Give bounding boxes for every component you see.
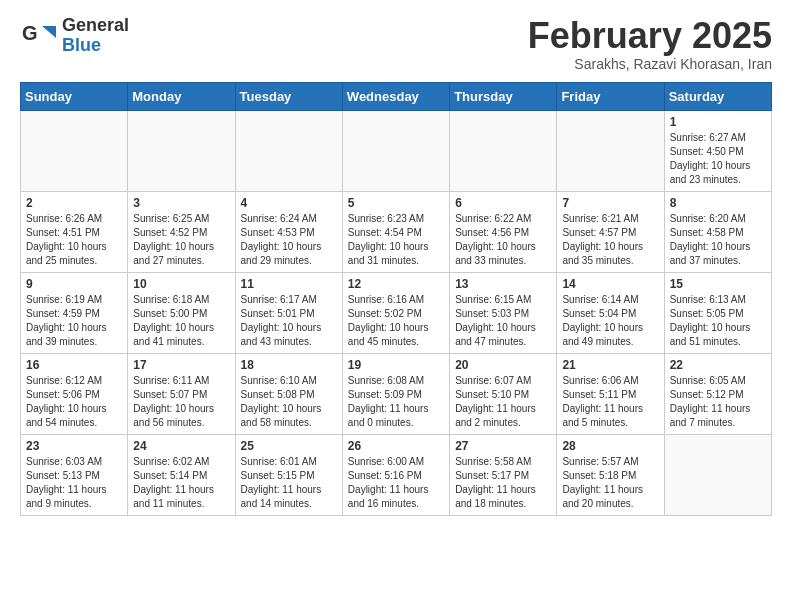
day-number: 28 [562, 439, 658, 453]
day-number: 22 [670, 358, 766, 372]
calendar-cell: 10Sunrise: 6:18 AM Sunset: 5:00 PM Dayli… [128, 272, 235, 353]
calendar-cell: 21Sunrise: 6:06 AM Sunset: 5:11 PM Dayli… [557, 353, 664, 434]
calendar-cell [235, 110, 342, 191]
day-info: Sunrise: 6:19 AM Sunset: 4:59 PM Dayligh… [26, 293, 122, 349]
calendar-cell: 5Sunrise: 6:23 AM Sunset: 4:54 PM Daylig… [342, 191, 449, 272]
day-number: 26 [348, 439, 444, 453]
day-number: 11 [241, 277, 337, 291]
day-info: Sunrise: 6:14 AM Sunset: 5:04 PM Dayligh… [562, 293, 658, 349]
day-number: 5 [348, 196, 444, 210]
day-number: 19 [348, 358, 444, 372]
day-info: Sunrise: 5:58 AM Sunset: 5:17 PM Dayligh… [455, 455, 551, 511]
calendar-header-row: SundayMondayTuesdayWednesdayThursdayFrid… [21, 82, 772, 110]
calendar-week-row: 16Sunrise: 6:12 AM Sunset: 5:06 PM Dayli… [21, 353, 772, 434]
calendar-cell: 14Sunrise: 6:14 AM Sunset: 5:04 PM Dayli… [557, 272, 664, 353]
calendar-cell: 7Sunrise: 6:21 AM Sunset: 4:57 PM Daylig… [557, 191, 664, 272]
calendar-cell: 18Sunrise: 6:10 AM Sunset: 5:08 PM Dayli… [235, 353, 342, 434]
day-number: 4 [241, 196, 337, 210]
calendar-cell: 23Sunrise: 6:03 AM Sunset: 5:13 PM Dayli… [21, 434, 128, 515]
svg-marker-1 [42, 26, 56, 38]
calendar-week-row: 9Sunrise: 6:19 AM Sunset: 4:59 PM Daylig… [21, 272, 772, 353]
day-info: Sunrise: 6:11 AM Sunset: 5:07 PM Dayligh… [133, 374, 229, 430]
calendar-cell: 26Sunrise: 6:00 AM Sunset: 5:16 PM Dayli… [342, 434, 449, 515]
calendar-cell: 16Sunrise: 6:12 AM Sunset: 5:06 PM Dayli… [21, 353, 128, 434]
location-subtitle: Sarakhs, Razavi Khorasan, Iran [528, 56, 772, 72]
day-info: Sunrise: 6:05 AM Sunset: 5:12 PM Dayligh… [670, 374, 766, 430]
day-number: 3 [133, 196, 229, 210]
day-number: 15 [670, 277, 766, 291]
day-number: 16 [26, 358, 122, 372]
logo-text: General Blue [62, 16, 129, 56]
day-info: Sunrise: 6:16 AM Sunset: 5:02 PM Dayligh… [348, 293, 444, 349]
day-number: 27 [455, 439, 551, 453]
calendar-week-row: 23Sunrise: 6:03 AM Sunset: 5:13 PM Dayli… [21, 434, 772, 515]
calendar-cell: 4Sunrise: 6:24 AM Sunset: 4:53 PM Daylig… [235, 191, 342, 272]
day-info: Sunrise: 6:08 AM Sunset: 5:09 PM Dayligh… [348, 374, 444, 430]
day-info: Sunrise: 6:01 AM Sunset: 5:15 PM Dayligh… [241, 455, 337, 511]
calendar-cell [128, 110, 235, 191]
svg-text:G: G [22, 22, 38, 44]
logo-blue-text: Blue [62, 36, 129, 56]
weekday-header: Thursday [450, 82, 557, 110]
day-info: Sunrise: 6:17 AM Sunset: 5:01 PM Dayligh… [241, 293, 337, 349]
calendar-table: SundayMondayTuesdayWednesdayThursdayFrid… [20, 82, 772, 516]
day-info: Sunrise: 5:57 AM Sunset: 5:18 PM Dayligh… [562, 455, 658, 511]
calendar-cell: 3Sunrise: 6:25 AM Sunset: 4:52 PM Daylig… [128, 191, 235, 272]
day-number: 2 [26, 196, 122, 210]
calendar-cell: 6Sunrise: 6:22 AM Sunset: 4:56 PM Daylig… [450, 191, 557, 272]
day-number: 25 [241, 439, 337, 453]
calendar-cell [450, 110, 557, 191]
calendar-cell: 17Sunrise: 6:11 AM Sunset: 5:07 PM Dayli… [128, 353, 235, 434]
day-info: Sunrise: 6:27 AM Sunset: 4:50 PM Dayligh… [670, 131, 766, 187]
calendar-cell [342, 110, 449, 191]
calendar-cell [557, 110, 664, 191]
calendar-week-row: 1Sunrise: 6:27 AM Sunset: 4:50 PM Daylig… [21, 110, 772, 191]
day-number: 20 [455, 358, 551, 372]
day-info: Sunrise: 6:00 AM Sunset: 5:16 PM Dayligh… [348, 455, 444, 511]
calendar-week-row: 2Sunrise: 6:26 AM Sunset: 4:51 PM Daylig… [21, 191, 772, 272]
calendar-cell: 1Sunrise: 6:27 AM Sunset: 4:50 PM Daylig… [664, 110, 771, 191]
day-info: Sunrise: 6:07 AM Sunset: 5:10 PM Dayligh… [455, 374, 551, 430]
calendar-cell: 27Sunrise: 5:58 AM Sunset: 5:17 PM Dayli… [450, 434, 557, 515]
weekday-header: Monday [128, 82, 235, 110]
page: G General Blue February 2025 Sarakhs, Ra… [0, 0, 792, 536]
day-number: 13 [455, 277, 551, 291]
day-number: 21 [562, 358, 658, 372]
weekday-header: Friday [557, 82, 664, 110]
calendar-cell: 19Sunrise: 6:08 AM Sunset: 5:09 PM Dayli… [342, 353, 449, 434]
logo-icon: G [20, 18, 56, 54]
day-number: 17 [133, 358, 229, 372]
day-info: Sunrise: 6:26 AM Sunset: 4:51 PM Dayligh… [26, 212, 122, 268]
day-info: Sunrise: 6:23 AM Sunset: 4:54 PM Dayligh… [348, 212, 444, 268]
day-number: 1 [670, 115, 766, 129]
calendar-cell: 25Sunrise: 6:01 AM Sunset: 5:15 PM Dayli… [235, 434, 342, 515]
day-info: Sunrise: 6:20 AM Sunset: 4:58 PM Dayligh… [670, 212, 766, 268]
day-number: 7 [562, 196, 658, 210]
day-info: Sunrise: 6:12 AM Sunset: 5:06 PM Dayligh… [26, 374, 122, 430]
day-number: 14 [562, 277, 658, 291]
calendar-cell [21, 110, 128, 191]
day-info: Sunrise: 6:13 AM Sunset: 5:05 PM Dayligh… [670, 293, 766, 349]
weekday-header: Sunday [21, 82, 128, 110]
day-info: Sunrise: 6:03 AM Sunset: 5:13 PM Dayligh… [26, 455, 122, 511]
weekday-header: Wednesday [342, 82, 449, 110]
logo-general-text: General [62, 16, 129, 36]
calendar-cell: 24Sunrise: 6:02 AM Sunset: 5:14 PM Dayli… [128, 434, 235, 515]
day-number: 8 [670, 196, 766, 210]
calendar-cell: 9Sunrise: 6:19 AM Sunset: 4:59 PM Daylig… [21, 272, 128, 353]
header: G General Blue February 2025 Sarakhs, Ra… [20, 16, 772, 72]
weekday-header: Tuesday [235, 82, 342, 110]
day-info: Sunrise: 6:22 AM Sunset: 4:56 PM Dayligh… [455, 212, 551, 268]
day-number: 6 [455, 196, 551, 210]
calendar-cell: 11Sunrise: 6:17 AM Sunset: 5:01 PM Dayli… [235, 272, 342, 353]
day-info: Sunrise: 6:25 AM Sunset: 4:52 PM Dayligh… [133, 212, 229, 268]
day-number: 18 [241, 358, 337, 372]
day-number: 12 [348, 277, 444, 291]
calendar-cell: 8Sunrise: 6:20 AM Sunset: 4:58 PM Daylig… [664, 191, 771, 272]
day-info: Sunrise: 6:21 AM Sunset: 4:57 PM Dayligh… [562, 212, 658, 268]
calendar-cell: 12Sunrise: 6:16 AM Sunset: 5:02 PM Dayli… [342, 272, 449, 353]
day-number: 10 [133, 277, 229, 291]
title-block: February 2025 Sarakhs, Razavi Khorasan, … [528, 16, 772, 72]
calendar-cell: 2Sunrise: 6:26 AM Sunset: 4:51 PM Daylig… [21, 191, 128, 272]
month-title: February 2025 [528, 16, 772, 56]
